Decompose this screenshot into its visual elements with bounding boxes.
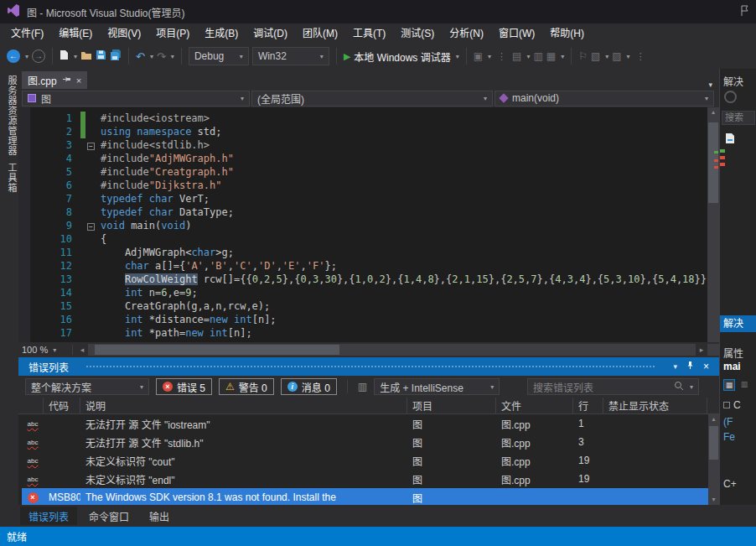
save-icon[interactable] [96,49,106,63]
debugger-target-label[interactable]: 本地 Windows 调试器 [354,49,450,64]
home-button-icon[interactable] [724,91,737,103]
code-line-9[interactable]: 9−void main(void) [18,219,707,232]
error-scroll-up-icon[interactable]: ▴ [708,414,719,424]
alphabetical-icon[interactable]: ▥ [738,379,750,391]
error-row-1[interactable]: abc无法打开 源 文件 "iostream"图图.cpp1 [22,414,719,433]
warnings-filter-button[interactable]: ⚠警告 0 [219,378,274,395]
code-line-12[interactable]: 12 char a[]={'A','B','C','D','E','F'}; [18,259,707,273]
code-line-16[interactable]: 16 int *distance=new int[n]; [18,313,707,326]
error-row-5[interactable]: ×MSB8036The Windows SDK version 8.1 was … [22,488,719,505]
menu-item-6[interactable]: 调试(D) [246,23,295,44]
undo-dropdown-icon[interactable]: ▾ [150,53,153,60]
pin-icon[interactable] [62,75,71,86]
menu-item-2[interactable]: 编辑(E) [51,23,100,44]
debugger-dropdown-icon[interactable]: ▾ [456,53,459,60]
document-tab-active[interactable]: 图.cpp × [22,71,87,89]
build-icon[interactable]: ▤ [512,50,521,62]
start-debugging-icon[interactable]: ▶ [344,51,350,62]
code-line-5[interactable]: 5#include"Creatgraph.h" [18,165,707,179]
properties-object-select[interactable]: mai [723,361,741,372]
toolbar-overflow2-icon[interactable]: ⋮ [636,51,645,62]
columns-icon[interactable]: ▥ [358,381,367,393]
output-window-icon[interactable]: ▨ [612,50,621,62]
error-row-2[interactable]: abc无法打开 源 文件 "stdlib.h"图图.cpp3 [22,433,719,451]
property-row-1[interactable]: (F [723,416,733,428]
error-row-4[interactable]: abc未定义标识符 "endl"图图.cpp19 [22,470,719,488]
code-line-1[interactable]: 1#include<iostream> [18,112,707,125]
menu-item-8[interactable]: 工具(T) [345,23,393,44]
scroll-up-icon[interactable]: ▴ [707,107,719,117]
solution-search-input[interactable]: 搜索 [722,111,755,125]
editor-vertical-scrollbar[interactable]: ▴ [707,107,719,342]
nav-file-select[interactable]: 图▾ [22,91,250,107]
menu-item-1[interactable]: 文件(F) [3,23,51,44]
code-line-7[interactable]: 7typedef char VerT; [18,192,707,205]
code-editor[interactable]: 1#include<iostream>2using namespace std;… [18,107,719,342]
search-dropdown-icon[interactable]: ▾ [690,383,693,391]
menu-item-11[interactable]: 窗口(W) [491,23,542,44]
notifications-flag-icon[interactable] [739,5,749,19]
new-file-icon[interactable] [60,49,69,63]
pin-tool-window-icon[interactable] [686,361,695,372]
solution-platform-select[interactable]: Win32▾ [252,47,329,65]
sidebar-tab-toolbox[interactable]: 工具箱 [0,163,18,193]
nav-member-select[interactable]: main(void)▾ [495,91,714,107]
navigate-back-icon[interactable]: ← [7,49,20,63]
sidebar-tab-server-explorer[interactable]: 服务器资源管理器 [0,75,18,156]
property-row-2[interactable]: Fe [723,431,735,443]
menu-item-7[interactable]: 团队(M) [295,23,345,44]
horizontal-scrollbar[interactable] [88,344,696,356]
zoom-select[interactable]: 100 %▾ [18,343,69,356]
vertical-scroll-thumb[interactable] [708,122,718,203]
column-code[interactable]: 代码 [44,398,80,413]
error-list-title-bar[interactable]: 错误列表 ▾ × [18,357,719,376]
menu-item-12[interactable]: 帮助(H) [542,23,592,44]
code-line-2[interactable]: 2using namespace std; [18,125,707,138]
step-into-icon[interactable]: ▦ [546,50,556,62]
menu-item-5[interactable]: 生成(B) [197,23,246,44]
window-position-icon[interactable]: ▾ [673,362,677,371]
error-scroll-down-icon[interactable]: ▾ [708,495,719,505]
code-line-14[interactable]: 14 int n=6,e=9; [18,286,707,299]
categorized-icon[interactable]: ▦ [723,379,735,391]
new-file-dropdown-icon[interactable]: ▾ [74,53,77,60]
close-document-icon[interactable]: × [76,75,81,86]
solution-configuration-select[interactable]: Debug▾ [189,47,249,65]
breakpoint-icon[interactable]: ▧ [591,50,600,62]
code-line-10[interactable]: 10{ [18,232,707,246]
code-line-13[interactable]: 13 RowColWeight rcw[]={{0,2,5},{0,3,30},… [18,273,707,286]
column-description[interactable]: 说明 [80,398,407,413]
code-line-11[interactable]: 11 AdjMWGraph<char>g; [18,246,707,259]
bottom-tab-3[interactable]: 输出 [141,507,178,525]
solution-explorer-tab[interactable]: 解决 [720,315,756,332]
code-line-6[interactable]: 6#include"Dijkstra.h" [18,179,707,192]
column-file[interactable]: 文件 [496,398,573,413]
menu-item-3[interactable]: 视图(V) [100,23,148,44]
flag-icon[interactable]: ⚐ [578,50,588,62]
redo-dropdown-icon[interactable]: ▾ [171,53,174,60]
toolbar-overflow-icon[interactable]: ⋮ [497,51,506,62]
document-list-chevron-icon[interactable]: ▾ [708,81,719,89]
error-list-scrollbar[interactable]: ▴ ▾ [708,414,719,505]
undo-icon[interactable]: ↶ [136,50,145,63]
messages-filter-button[interactable]: i消息 0 [281,378,337,395]
collapse-box-icon[interactable]: − [87,143,95,150]
open-file-icon[interactable] [80,50,92,63]
error-scope-select[interactable]: 整个解决方案▾ [25,378,149,395]
redo-icon[interactable]: ↷ [157,50,166,63]
horizontal-scroll-thumb[interactable] [95,345,339,355]
collapse-box-icon[interactable]: − [87,223,95,231]
step-over-icon[interactable]: ▥ [533,50,542,62]
errors-filter-button[interactable]: ×错误 5 [156,378,212,395]
bottom-tab-1[interactable]: 错误列表 [20,507,77,525]
navigate-forward-icon[interactable]: → [32,49,45,63]
search-icon[interactable] [674,381,684,393]
column-suppress[interactable]: 禁止显示状态 [603,398,707,413]
menu-item-4[interactable]: 项目(P) [148,23,197,44]
attach-icon[interactable]: ▣ [474,50,483,62]
error-scroll-thumb[interactable] [709,426,718,460]
code-line-4[interactable]: 4#include"AdjMWGraph.h" [18,152,707,165]
menu-item-9[interactable]: 测试(S) [393,23,442,44]
error-search-input[interactable]: 搜索错误列表 ▾ [527,378,699,395]
column-line[interactable]: 行 [573,398,603,413]
